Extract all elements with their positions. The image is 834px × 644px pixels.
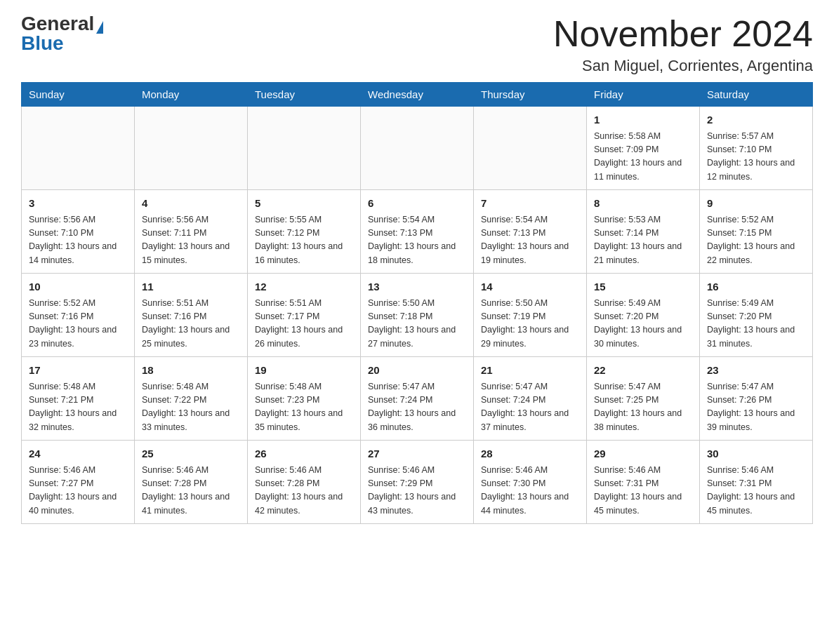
day-info: Sunrise: 5:48 AMSunset: 7:23 PMDaylight:…	[255, 380, 353, 435]
day-info: Sunrise: 5:48 AMSunset: 7:22 PMDaylight:…	[142, 380, 240, 435]
day-info: Sunrise: 5:52 AMSunset: 7:16 PMDaylight:…	[29, 297, 127, 351]
day-number: 14	[481, 279, 579, 295]
weekday-header-row: SundayMondayTuesdayWednesdayThursdayFrid…	[22, 83, 813, 107]
logo-general-text: General	[21, 13, 94, 34]
calendar-cell: 27Sunrise: 5:46 AMSunset: 7:29 PMDayligh…	[361, 441, 474, 524]
calendar-cell: 18Sunrise: 5:48 AMSunset: 7:22 PMDayligh…	[135, 357, 248, 441]
calendar-cell: 1Sunrise: 5:58 AMSunset: 7:09 PMDaylight…	[587, 107, 700, 190]
day-info: Sunrise: 5:56 AMSunset: 7:10 PMDaylight:…	[29, 213, 127, 268]
day-info: Sunrise: 5:48 AMSunset: 7:21 PMDaylight:…	[29, 380, 127, 435]
day-info: Sunrise: 5:53 AMSunset: 7:14 PMDaylight:…	[594, 213, 692, 268]
day-number: 15	[594, 279, 692, 295]
calendar-cell	[248, 107, 361, 190]
day-info: Sunrise: 5:55 AMSunset: 7:12 PMDaylight:…	[255, 213, 353, 268]
day-number: 4	[142, 196, 240, 212]
day-number: 9	[707, 196, 805, 212]
day-number: 6	[368, 196, 466, 212]
calendar-cell: 10Sunrise: 5:52 AMSunset: 7:16 PMDayligh…	[22, 274, 135, 357]
day-info: Sunrise: 5:51 AMSunset: 7:16 PMDaylight:…	[142, 297, 240, 351]
title-block: November 2024 San Miguel, Corrientes, Ar…	[553, 14, 813, 75]
calendar-cell: 16Sunrise: 5:49 AMSunset: 7:20 PMDayligh…	[700, 274, 813, 357]
day-number: 21	[481, 363, 579, 379]
calendar-cell: 13Sunrise: 5:50 AMSunset: 7:18 PMDayligh…	[361, 274, 474, 357]
calendar-cell: 26Sunrise: 5:46 AMSunset: 7:28 PMDayligh…	[248, 441, 361, 524]
day-info: Sunrise: 5:47 AMSunset: 7:24 PMDaylight:…	[481, 380, 579, 435]
day-number: 22	[594, 363, 692, 379]
day-number: 13	[368, 279, 466, 295]
day-info: Sunrise: 5:57 AMSunset: 7:10 PMDaylight:…	[707, 130, 805, 185]
calendar-cell: 20Sunrise: 5:47 AMSunset: 7:24 PMDayligh…	[361, 357, 474, 441]
weekday-header-friday: Friday	[587, 83, 700, 107]
logo-blue-row: Blue	[21, 34, 64, 53]
calendar-cell: 22Sunrise: 5:47 AMSunset: 7:25 PMDayligh…	[587, 357, 700, 441]
day-number: 27	[368, 446, 466, 462]
day-number: 16	[707, 279, 805, 295]
weekday-header-wednesday: Wednesday	[361, 83, 474, 107]
day-info: Sunrise: 5:46 AMSunset: 7:28 PMDaylight:…	[255, 464, 353, 518]
day-info: Sunrise: 5:54 AMSunset: 7:13 PMDaylight:…	[368, 213, 466, 268]
day-info: Sunrise: 5:47 AMSunset: 7:25 PMDaylight:…	[594, 380, 692, 435]
page-header: General Blue November 2024 San Miguel, C…	[21, 14, 813, 75]
calendar-table: SundayMondayTuesdayWednesdayThursdayFrid…	[21, 82, 813, 524]
day-number: 3	[29, 196, 127, 212]
day-number: 28	[481, 446, 579, 462]
location-title: San Miguel, Corrientes, Argentina	[553, 57, 813, 75]
calendar-cell	[474, 107, 587, 190]
calendar-cell: 25Sunrise: 5:46 AMSunset: 7:28 PMDayligh…	[135, 441, 248, 524]
calendar-cell: 6Sunrise: 5:54 AMSunset: 7:13 PMDaylight…	[361, 190, 474, 274]
day-info: Sunrise: 5:50 AMSunset: 7:18 PMDaylight:…	[368, 297, 466, 351]
day-info: Sunrise: 5:46 AMSunset: 7:31 PMDaylight:…	[707, 464, 805, 518]
day-number: 8	[594, 196, 692, 212]
weekday-header-monday: Monday	[135, 83, 248, 107]
day-number: 29	[594, 446, 692, 462]
day-info: Sunrise: 5:49 AMSunset: 7:20 PMDaylight:…	[707, 297, 805, 351]
weekday-header-saturday: Saturday	[700, 83, 813, 107]
week-row-1: 1Sunrise: 5:58 AMSunset: 7:09 PMDaylight…	[22, 107, 813, 190]
calendar-cell: 2Sunrise: 5:57 AMSunset: 7:10 PMDaylight…	[700, 107, 813, 190]
day-number: 11	[142, 279, 240, 295]
day-info: Sunrise: 5:52 AMSunset: 7:15 PMDaylight:…	[707, 213, 805, 268]
calendar-cell: 15Sunrise: 5:49 AMSunset: 7:20 PMDayligh…	[587, 274, 700, 357]
calendar-cell: 28Sunrise: 5:46 AMSunset: 7:30 PMDayligh…	[474, 441, 587, 524]
calendar-cell: 8Sunrise: 5:53 AMSunset: 7:14 PMDaylight…	[587, 190, 700, 274]
day-number: 2	[707, 112, 805, 128]
day-number: 10	[29, 279, 127, 295]
day-number: 23	[707, 363, 805, 379]
logo-general-row: General	[21, 14, 103, 34]
day-number: 17	[29, 363, 127, 379]
day-info: Sunrise: 5:47 AMSunset: 7:24 PMDaylight:…	[368, 380, 466, 435]
calendar-cell	[361, 107, 474, 190]
calendar-cell: 14Sunrise: 5:50 AMSunset: 7:19 PMDayligh…	[474, 274, 587, 357]
day-number: 18	[142, 363, 240, 379]
logo-blue-text: Blue	[21, 32, 64, 54]
day-number: 1	[594, 112, 692, 128]
day-info: Sunrise: 5:56 AMSunset: 7:11 PMDaylight:…	[142, 213, 240, 268]
calendar-cell: 23Sunrise: 5:47 AMSunset: 7:26 PMDayligh…	[700, 357, 813, 441]
day-number: 24	[29, 446, 127, 462]
day-info: Sunrise: 5:46 AMSunset: 7:27 PMDaylight:…	[29, 464, 127, 518]
month-title: November 2024	[553, 14, 813, 54]
calendar-cell: 19Sunrise: 5:48 AMSunset: 7:23 PMDayligh…	[248, 357, 361, 441]
calendar-cell: 7Sunrise: 5:54 AMSunset: 7:13 PMDaylight…	[474, 190, 587, 274]
calendar-cell: 9Sunrise: 5:52 AMSunset: 7:15 PMDaylight…	[700, 190, 813, 274]
day-info: Sunrise: 5:47 AMSunset: 7:26 PMDaylight:…	[707, 380, 805, 435]
logo-triangle-icon	[96, 21, 103, 34]
day-info: Sunrise: 5:50 AMSunset: 7:19 PMDaylight:…	[481, 297, 579, 351]
day-info: Sunrise: 5:58 AMSunset: 7:09 PMDaylight:…	[594, 130, 692, 185]
calendar-cell: 24Sunrise: 5:46 AMSunset: 7:27 PMDayligh…	[22, 441, 135, 524]
day-info: Sunrise: 5:46 AMSunset: 7:29 PMDaylight:…	[368, 464, 466, 518]
day-number: 12	[255, 279, 353, 295]
day-number: 25	[142, 446, 240, 462]
week-row-2: 3Sunrise: 5:56 AMSunset: 7:10 PMDaylight…	[22, 190, 813, 274]
logo: General Blue	[21, 14, 103, 53]
calendar-cell: 29Sunrise: 5:46 AMSunset: 7:31 PMDayligh…	[587, 441, 700, 524]
day-number: 26	[255, 446, 353, 462]
week-row-4: 17Sunrise: 5:48 AMSunset: 7:21 PMDayligh…	[22, 357, 813, 441]
calendar-cell: 11Sunrise: 5:51 AMSunset: 7:16 PMDayligh…	[135, 274, 248, 357]
day-info: Sunrise: 5:51 AMSunset: 7:17 PMDaylight:…	[255, 297, 353, 351]
day-number: 30	[707, 446, 805, 462]
weekday-header-thursday: Thursday	[474, 83, 587, 107]
week-row-5: 24Sunrise: 5:46 AMSunset: 7:27 PMDayligh…	[22, 441, 813, 524]
day-number: 5	[255, 196, 353, 212]
calendar-cell: 3Sunrise: 5:56 AMSunset: 7:10 PMDaylight…	[22, 190, 135, 274]
